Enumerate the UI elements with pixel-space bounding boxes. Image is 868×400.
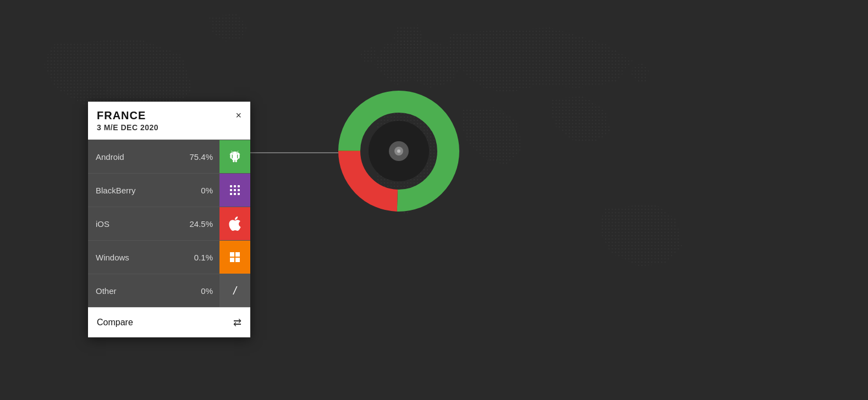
- svg-rect-12: [238, 185, 240, 187]
- card-period: 3 M/E DEC 2020: [97, 123, 158, 132]
- blackberry-row: BlackBerry 0%: [88, 173, 250, 207]
- blackberry-value: 0%: [181, 174, 219, 207]
- android-row: Android 75.4%: [88, 140, 250, 173]
- windows-value: 0.1%: [181, 241, 219, 274]
- ios-value: 24.5%: [181, 207, 219, 240]
- svg-rect-15: [238, 189, 240, 191]
- android-value: 75.4%: [181, 140, 219, 173]
- card-title-group: FRANCE 3 M/E DEC 2020: [97, 109, 158, 132]
- other-value: 0%: [181, 274, 219, 307]
- info-card: FRANCE 3 M/E DEC 2020 × Android 75.4% Bl…: [88, 102, 250, 337]
- svg-rect-17: [234, 193, 236, 195]
- windows-label: Windows: [88, 241, 181, 274]
- other-icon: /: [219, 274, 250, 307]
- svg-rect-16: [230, 193, 232, 195]
- ios-icon: [219, 207, 250, 240]
- blackberry-label: BlackBerry: [88, 174, 181, 207]
- svg-rect-14: [234, 189, 236, 191]
- ios-label: iOS: [88, 207, 181, 240]
- svg-rect-11: [234, 185, 236, 187]
- other-label: Other: [88, 274, 181, 307]
- svg-rect-13: [230, 189, 232, 191]
- windows-row: Windows 0.1%: [88, 240, 250, 274]
- card-header: FRANCE 3 M/E DEC 2020 ×: [88, 102, 250, 140]
- windows-icon: [219, 241, 250, 274]
- close-button[interactable]: ×: [235, 110, 241, 120]
- svg-rect-18: [238, 193, 240, 195]
- compare-row[interactable]: Compare ⇄: [88, 307, 250, 337]
- android-icon: [219, 140, 250, 173]
- ios-row: iOS 24.5%: [88, 207, 250, 240]
- compare-label: Compare: [97, 318, 133, 327]
- other-row: Other 0% /: [88, 274, 250, 307]
- donut-svg: [330, 82, 468, 220]
- card-country: FRANCE: [97, 109, 158, 122]
- svg-point-9: [397, 149, 400, 153]
- blackberry-icon: [219, 174, 250, 207]
- donut-chart: [330, 82, 468, 220]
- compare-icon: ⇄: [233, 316, 241, 329]
- svg-rect-10: [230, 185, 232, 187]
- android-label: Android: [88, 140, 181, 173]
